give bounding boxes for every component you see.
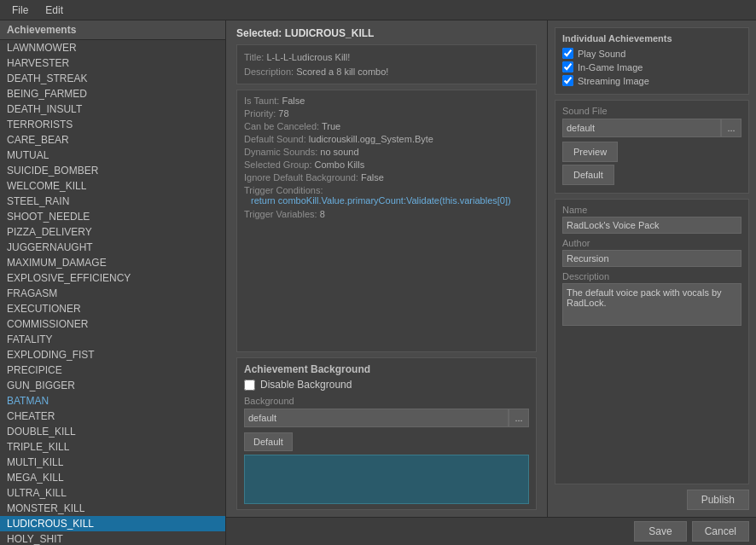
sound-btn-row: Preview (562, 142, 741, 162)
list-item[interactable]: GUN_BIGGER (0, 378, 225, 393)
center-panel: Selected: LUDICROUS_KILL Title: L-L-L-Lu… (226, 20, 547, 517)
list-item[interactable]: STEEL_RAIN (0, 194, 225, 209)
list-item[interactable]: JUGGERNAUGHT (0, 240, 225, 255)
trigger-conditions-row: Trigger Conditions: return comboKill.Val… (244, 185, 529, 206)
list-item[interactable]: MEGA_KILL (0, 470, 225, 485)
menu-file[interactable]: File (3, 3, 37, 18)
selected-group-row: Selected Group: Combo Kills (244, 159, 529, 170)
name-group: Name RadLock's Voice Pack (562, 205, 741, 234)
list-item[interactable]: DOUBLE_KILL (0, 424, 225, 439)
in-game-image-checkbox[interactable] (562, 61, 573, 72)
list-item[interactable]: SUICIDE_BOMBER (0, 163, 225, 178)
list-item[interactable]: DEATH_STREAK (0, 71, 225, 86)
cancel-button[interactable]: Cancel (692, 521, 749, 542)
list-item[interactable]: PRECIPICE (0, 362, 225, 378)
list-item[interactable]: EXPLODING_FIST (0, 347, 225, 362)
background-field-row: ... (244, 409, 529, 427)
disable-bg-checkbox[interactable] (244, 380, 255, 391)
list-item[interactable]: CARE_BEAR (0, 132, 225, 148)
list-item[interactable]: BATMAN (0, 393, 225, 409)
save-button[interactable]: Save (634, 521, 686, 542)
list-item[interactable]: MUTUAL (0, 148, 225, 163)
list-item[interactable]: MULTI_KILL (0, 455, 225, 470)
achievements-list[interactable]: LAWNMOWERHARVESTERDEATH_STREAKBEING_FARM… (0, 40, 225, 545)
preview-button[interactable]: Preview (562, 142, 618, 162)
list-item[interactable]: EXPLOSIVE_EFFICIENCY (0, 270, 225, 286)
background-default-button[interactable]: Default (244, 432, 293, 451)
author-value: Recursion (562, 250, 741, 267)
description-label: Description (562, 271, 741, 281)
streaming-image-label: Streaming Image (578, 76, 649, 86)
name-label: Name (562, 205, 741, 215)
default-sound-label: Default Sound: (244, 134, 306, 144)
play-sound-checkbox[interactable] (562, 48, 573, 59)
list-item[interactable]: LUDICROUS_KILL (0, 516, 225, 531)
menu-edit[interactable]: Edit (37, 3, 72, 18)
disable-bg-label: Disable Background (260, 379, 352, 391)
list-item[interactable]: TRIPLE_KILL (0, 439, 225, 455)
play-sound-row: Play Sound (562, 48, 741, 59)
list-item[interactable]: PIZZA_DELIVERY (0, 224, 225, 240)
list-item[interactable]: TERRORISTS (0, 117, 225, 132)
title-description-block: Title: L-L-L-Ludicrous Kill! Description… (236, 44, 537, 84)
play-sound-label: Play Sound (578, 49, 625, 59)
dynamic-sounds-row: Dynamic Sounds: no sound (244, 147, 529, 157)
trigger-conditions-label: Trigger Conditions: (244, 185, 323, 195)
sound-file-browse-button[interactable]: ... (721, 119, 741, 137)
default-sound-btn-row: Default (562, 165, 741, 185)
list-item[interactable]: ULTRA_KILL (0, 485, 225, 501)
in-game-image-label: In-Game Image (578, 62, 643, 72)
trigger-conditions-value: return comboKill.Value.primaryCount:Vali… (244, 195, 529, 206)
list-item[interactable]: FATALITY (0, 332, 225, 347)
trigger-variables-label: Trigger Variables: (244, 209, 317, 219)
sound-file-input[interactable] (562, 119, 721, 137)
background-input[interactable] (244, 409, 509, 427)
publish-button[interactable]: Publish (687, 490, 749, 510)
default-sound-row: Default Sound: ludicrouskill.ogg_System.… (244, 134, 529, 144)
list-item[interactable]: CHEATER (0, 409, 225, 424)
list-item[interactable]: COMMISSIONER (0, 316, 225, 332)
list-item[interactable]: SHOOT_NEEDLE (0, 209, 225, 224)
background-image-preview (244, 455, 529, 504)
list-item[interactable]: DEATH_INSULT (0, 101, 225, 117)
author-label: Author (562, 238, 741, 248)
title-label: Title: (244, 52, 264, 62)
menu-bar: File Edit (0, 0, 756, 20)
ignore-default-row: Ignore Default Background: False (244, 172, 529, 183)
description-value-text: Scored a 8 kill combo! (296, 67, 388, 77)
list-item[interactable]: HARVESTER (0, 55, 225, 71)
list-item[interactable]: BEING_FARMED (0, 86, 225, 101)
description-value: The default voice pack with vocals by Ra… (562, 283, 741, 326)
default-sound-button[interactable]: Default (562, 165, 614, 185)
description-row: Description: Scored a 8 kill combo! (244, 65, 529, 79)
title-value-text: L-L-L-Ludicrous Kill! (267, 52, 351, 62)
list-item[interactable]: MONSTER_KILL (0, 501, 225, 516)
list-item[interactable]: MAXIMUM_DAMAGE (0, 255, 225, 270)
dynamic-sounds-label: Dynamic Sounds: (244, 147, 317, 157)
description-group: Description The default voice pack with … (562, 271, 741, 326)
bg-title: Achievement Background (244, 363, 529, 375)
name-value: RadLock's Voice Pack (562, 217, 741, 234)
list-item[interactable]: EXECUTIONER (0, 301, 225, 316)
background-browse-button[interactable]: ... (509, 409, 529, 427)
ia-title: Individual Achievements (562, 33, 741, 43)
selected-group-label: Selected Group: (244, 159, 312, 170)
right-panel: Individual Achievements Play Sound In-Ga… (547, 20, 756, 517)
pack-info-group: Name RadLock's Voice Pack Author Recursi… (555, 199, 749, 484)
list-item[interactable]: FRAGASM (0, 286, 225, 301)
list-item[interactable]: WELCOME_KILL (0, 178, 225, 194)
trigger-variables-row: Trigger Variables: 8 (244, 209, 529, 219)
selected-value: LUDICROUS_KILL (285, 27, 375, 39)
streaming-image-checkbox[interactable] (562, 75, 573, 86)
individual-achievements-group: Individual Achievements Play Sound In-Ga… (555, 27, 749, 95)
can-be-canceled-label: Can be Canceled: (244, 121, 319, 131)
sound-field-row: ... (562, 119, 741, 137)
list-item[interactable]: LAWNMOWER (0, 40, 225, 55)
in-game-image-row: In-Game Image (562, 61, 741, 72)
priority-label: Priority: (244, 108, 276, 119)
sound-file-title: Sound File (562, 106, 741, 116)
bottom-bar: Save Cancel (226, 517, 756, 545)
list-item[interactable]: HOLY_SHIT (0, 531, 225, 545)
right-bottom-actions: Publish (555, 490, 749, 510)
is-taunt-row: Is Taunt: False (244, 96, 529, 106)
